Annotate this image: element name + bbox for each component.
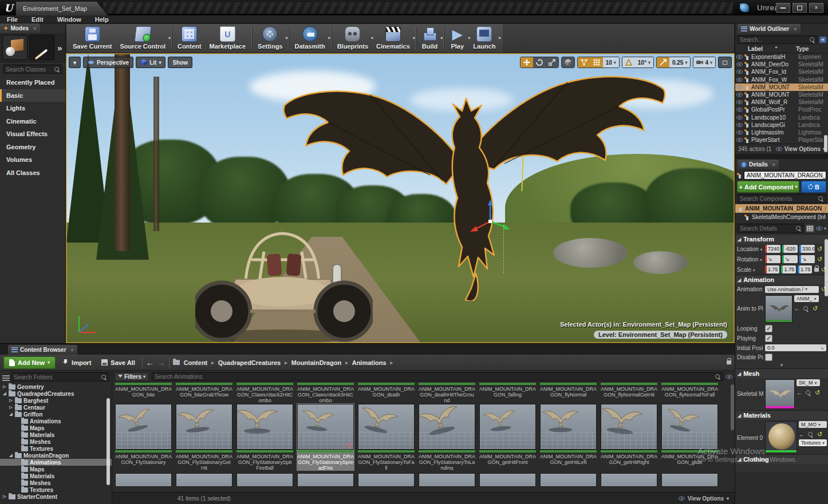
playing-checkbox[interactable]: ✓ (765, 335, 772, 342)
reset-icon[interactable]: ↺ (817, 245, 822, 253)
dropdown-arrow-icon[interactable]: ▾ (498, 35, 500, 41)
grid-snap-toggle[interactable] (590, 57, 603, 68)
visibility-eye-icon[interactable] (736, 130, 743, 134)
animation-asset-dropdown[interactable]: ANIM_▾ (794, 295, 819, 302)
menu-edit[interactable]: Edit (31, 16, 44, 23)
outliner-view-options[interactable]: View Options (784, 146, 821, 152)
menu-window[interactable]: Window (57, 16, 81, 23)
asset-tile[interactable]: ANIM_MOUNTAIN_DRAGON_death (357, 382, 415, 403)
visibility-eye-icon[interactable] (736, 55, 743, 59)
asset-tile[interactable] (175, 471, 233, 487)
asset-tile[interactable]: ANIM_MOUNTAIN_DRAGON_FlyStationaryToFall (357, 403, 415, 471)
mode-category-recently-placed[interactable]: Recently Placed (0, 76, 65, 89)
asset-tile[interactable]: ANIM_MOUNTAIN_DRAGON_falling (479, 382, 537, 403)
material-dropdown[interactable]: M_MO▾ (799, 421, 827, 428)
use-selected-arrow-icon[interactable]: ← (797, 390, 802, 396)
folder-tree-item-centaur[interactable]: ▷Centaur (0, 404, 112, 411)
breadcrumb-animations[interactable]: Animations (352, 359, 387, 366)
folder-tree-item-materials[interactable]: Materials (0, 431, 112, 438)
lock-icon[interactable] (814, 268, 818, 272)
outliner-row[interactable]: ANIM_MOUNTSkeletalM (735, 91, 828, 98)
label-column-header[interactable]: Label (748, 46, 796, 52)
close-icon[interactable]: × (71, 347, 74, 353)
level-viewport[interactable]: ▾ Perspective Lit▾ Show 10▾ (66, 53, 735, 343)
tree-collapsed-arrow-icon[interactable]: ▷ (9, 398, 13, 403)
component-row[interactable]: ANIM_MOUNTAIN_DRAGON_FlySta (735, 204, 828, 213)
more-modes-chevron-icon[interactable]: » (57, 43, 62, 53)
visibility-eye-icon[interactable] (736, 123, 743, 127)
asset-tile[interactable]: ANIM_MOUNTAIN_DRAGON_ClawsAttack2HitComb… (236, 382, 294, 403)
minimize-button[interactable] (776, 3, 790, 13)
folder-tree-item-meshes[interactable]: Meshes (0, 479, 112, 486)
folder-tree-item-materials[interactable]: Materials (0, 473, 112, 479)
filters-button[interactable]: Filters ▾ (115, 372, 149, 381)
folder-tree-item-maps[interactable]: Maps (0, 466, 112, 473)
asset-tile[interactable]: ANIM_MOUNTAIN_DRAGON_FlyStationaryToLand… (418, 403, 476, 471)
visibility-eye-icon[interactable] (736, 116, 743, 120)
folder-tree-item-geometry[interactable]: ▷Geometry (0, 383, 112, 390)
toolbar-source-control[interactable]: Source Control▾ (116, 25, 169, 51)
scale-z-field[interactable]: 1.75 (798, 265, 812, 273)
asset-tile[interactable]: ANIM_MOUNTAIN_DRAGON_biteGrabThrow (175, 382, 233, 403)
outliner-row[interactable]: ANIM_Wolf_RSkeletalM (735, 98, 828, 106)
outliner-row[interactable]: GlobalPostPrPostProc (735, 106, 828, 113)
world-local-toggle[interactable] (562, 57, 574, 68)
mesh-section-header[interactable]: ◢Mesh (735, 368, 828, 378)
angle-snap-value[interactable]: 10°▾ (635, 57, 653, 68)
close-icon[interactable]: × (772, 162, 775, 168)
location-z-field[interactable]: 330.0 (799, 245, 815, 253)
maximize-viewport-button[interactable] (718, 57, 732, 68)
asset-tile[interactable] (115, 471, 172, 487)
angle-snap-toggle[interactable] (622, 57, 635, 68)
tree-collapsed-arrow-icon[interactable]: ▷ (2, 494, 7, 499)
lock-icon[interactable] (727, 360, 731, 364)
breadcrumb-mountaindragon[interactable]: MountainDragon (291, 359, 341, 366)
toolbar-play[interactable]: Play▾ (445, 25, 469, 51)
toolbar-blueprints[interactable]: Blueprints▾ (333, 25, 372, 51)
asset-tile[interactable]: ANIM_MOUNTAIN_DRAGON_getHitLeft (539, 403, 597, 471)
tree-expanded-arrow-icon[interactable]: ◢ (2, 391, 7, 396)
reset-icon[interactable]: ↺ (817, 256, 822, 263)
dropdown-arrow-icon[interactable]: ▾ (440, 35, 443, 41)
rotation-label[interactable]: Rotation ▾ (737, 256, 763, 263)
lit-button[interactable]: Lit▾ (136, 57, 165, 68)
material-thumbnail[interactable] (765, 421, 797, 453)
close-icon[interactable]: × (794, 26, 797, 32)
menu-file[interactable]: File (7, 16, 18, 23)
component-row[interactable]: SkeletalMeshComponent (Inherite (735, 213, 828, 221)
mode-category-cinematic[interactable]: Cinematic (0, 115, 65, 128)
toolbar-content[interactable]: Content (174, 25, 206, 51)
asset-tile[interactable]: ANIM_MOUNTAIN_DRAGON_FlyStationarySpitFi… (236, 403, 294, 471)
location-label[interactable]: Location ▾ (737, 246, 763, 252)
outliner-row[interactable]: ANIM_MOUNTSkeletalM (735, 84, 828, 91)
toolbar-save-current[interactable]: Save Current (69, 25, 116, 51)
visibility-eye-icon[interactable] (736, 62, 743, 66)
details-tab[interactable]: i Details × (738, 160, 779, 169)
materials-section-header[interactable]: ◢Materials (735, 410, 828, 420)
search-assets-input[interactable]: Search Animations (152, 372, 723, 381)
toolbar-launch[interactable]: Launch▾ (469, 25, 499, 51)
scale-snap-toggle[interactable] (657, 57, 669, 68)
animation-asset-thumbnail[interactable] (765, 295, 792, 323)
forward-arrow-icon[interactable]: → (157, 358, 165, 367)
type-column-header[interactable]: Type (796, 46, 826, 52)
reset-icon[interactable]: ↺ (815, 389, 820, 396)
location-x-field[interactable]: 7240 (765, 245, 780, 253)
property-matrix-icon[interactable] (806, 225, 814, 232)
scale-tool-button[interactable] (546, 57, 558, 68)
folder-tree-item-textures[interactable]: Textures (0, 486, 112, 493)
import-button[interactable]: Import (59, 359, 94, 366)
world-outliner-tab[interactable]: World Outliner × (738, 24, 801, 34)
use-selected-arrow-icon[interactable]: ← (794, 305, 800, 312)
asset-tile[interactable]: ANIM_MOUNTAIN_DRAGON_flyNormalGetHit (600, 382, 658, 403)
clothing-section-header[interactable]: ◢Clothing (735, 454, 828, 464)
asset-scrollbar[interactable] (731, 384, 734, 430)
folder-tree-item-animations[interactable]: Animations (0, 459, 112, 466)
outliner-row[interactable]: ExponentialHExponen (735, 53, 828, 61)
folder-tree-item-animations[interactable]: Animations (0, 418, 112, 424)
details-scrollbar[interactable] (825, 239, 828, 296)
asset-tile[interactable] (539, 471, 597, 487)
asset-tile[interactable] (479, 471, 537, 487)
outliner-row[interactable]: PlayerStartPlayerSta (735, 136, 828, 144)
toolbar-settings[interactable]: Settings▾ (254, 25, 286, 51)
